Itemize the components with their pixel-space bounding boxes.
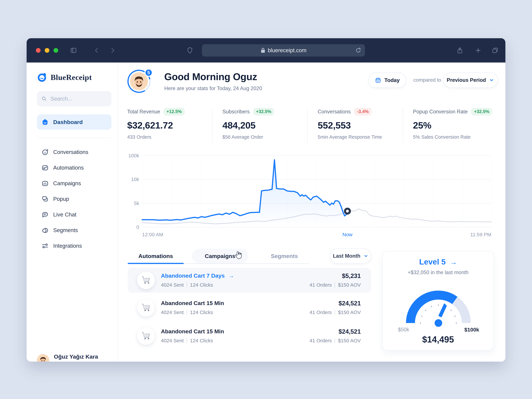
period-label: Previous Period	[447, 77, 486, 83]
lock-icon	[260, 48, 266, 53]
arrow-right-icon: →	[450, 258, 457, 266]
profile-card[interactable]: Oğuz Yağız Kara Store Name	[37, 354, 98, 361]
livechat-icon	[41, 211, 49, 218]
automation-title[interactable]: Abandoned Cart 15 Min	[161, 328, 224, 335]
brand[interactable]: BlueReceipt	[37, 72, 92, 82]
stat-card: Conversations-3.4%552,5535min Average Re…	[307, 108, 403, 143]
stat-value: 484,205	[222, 120, 307, 131]
svg-text:11:59 PM: 11:59 PM	[470, 232, 491, 237]
sidebar-divider	[37, 138, 111, 138]
stat-sub: 5% Sales Conversion Rate	[413, 134, 498, 140]
svg-text:Now: Now	[342, 232, 352, 237]
minimize-window-button[interactable]	[45, 48, 49, 53]
shield-icon[interactable]	[186, 47, 194, 54]
automation-right-sub: 41 Orders$150 AOV	[310, 310, 361, 315]
automation-row[interactable]: Abandoned Cart 15 Min4024 Sent124 Clicks…	[128, 295, 371, 320]
automation-sub: 4024 Sent124 Clicks	[161, 338, 213, 343]
integrations-icon	[41, 242, 49, 250]
list-period-select[interactable]: Last Month	[330, 248, 371, 264]
page-title: Good Morning Oguz	[164, 71, 257, 82]
cart-icon	[137, 272, 155, 289]
zoom-window-button[interactable]	[54, 48, 58, 53]
header-avatar: 5	[127, 70, 151, 93]
stat-value: $32,621.72	[127, 120, 212, 131]
stat-label: Conversations	[318, 109, 351, 115]
stat-value: 25%	[413, 120, 498, 131]
automation-title[interactable]: Abandoned Cart 15 Min	[161, 300, 224, 306]
dashboard-icon	[41, 118, 49, 126]
level-card: Level 5→ +$32,050 in the last month $50k…	[382, 251, 494, 350]
level-title: Level 5	[419, 257, 446, 266]
stats-row: Total Revenue+12.5%$32,621.72433 OrdersS…	[127, 108, 498, 143]
stat-value: 552,553	[318, 120, 403, 131]
new-tab-icon[interactable]	[475, 47, 482, 54]
back-button[interactable]	[93, 47, 101, 54]
automation-right-sub: 41 Orders$150 AOV	[310, 338, 361, 343]
filter-label: Last Month	[333, 253, 360, 259]
level-title-link[interactable]: Level 5→	[383, 257, 494, 266]
automations-icon	[41, 164, 49, 171]
close-window-button[interactable]	[36, 48, 41, 53]
conversations-icon	[41, 148, 49, 156]
sidebar-item-automations[interactable]: Automations	[37, 160, 111, 176]
sidebar-item-label: Campaigns	[53, 180, 81, 187]
sidebar-item-dashboard[interactable]: Dashboard	[37, 114, 111, 130]
sidebar-item-label: Integrations	[53, 243, 82, 249]
automation-amount: $24,521	[338, 300, 361, 307]
automation-title-link[interactable]: Abandoned Cart 7 Days→	[161, 272, 234, 279]
automation-row[interactable]: Abandoned Cart 15 Min4024 Sent124 Clicks…	[128, 323, 371, 348]
automation-amount: $24,521	[338, 328, 361, 335]
popup-icon	[41, 195, 49, 203]
cart-icon	[137, 299, 155, 317]
search-icon	[42, 96, 47, 102]
sidebar-item-livechat[interactable]: Live Chat	[37, 207, 111, 222]
level-gauge	[392, 279, 485, 329]
stat-card: Popup Conversion Rate+32.5%25%5% Sales C…	[403, 108, 498, 143]
automation-right-sub: 41 Orders$150 AOV	[310, 282, 361, 288]
sidebar-item-label: Dashboard	[53, 119, 83, 125]
stat-sub: 5min Average Response Time	[318, 134, 403, 140]
tab-overview-icon[interactable]	[491, 47, 499, 54]
sidebar-item-conversations[interactable]: Conversations	[37, 144, 111, 160]
revenue-chart: 05k10k100k12:00 AMNow11:59 PM	[127, 152, 493, 239]
sidebar-toggle-icon[interactable]	[70, 47, 77, 54]
sidebar-item-label: Automations	[53, 165, 84, 171]
today-button[interactable]: Today	[368, 72, 406, 88]
sidebar-item-integrations[interactable]: Integrations	[37, 238, 111, 254]
url-bar[interactable]: bluereceipt.com	[202, 44, 365, 57]
automation-sub: 4024 Sent124 Clicks	[161, 282, 213, 288]
automation-amount: $5,231	[342, 272, 361, 279]
gauge-value: $14,495	[383, 334, 494, 344]
stat-delta-badge: +32.5%	[253, 108, 274, 115]
stat-card: Subscribers+32.5%484,205$56 Average Orde…	[212, 108, 307, 143]
search-input[interactable]	[50, 95, 107, 102]
sidebar-item-segments[interactable]: Segments	[37, 222, 111, 238]
refresh-icon[interactable]	[355, 47, 362, 54]
stat-label: Subscribers	[222, 109, 250, 115]
share-icon[interactable]	[456, 47, 463, 54]
tab-segments[interactable]: Segments	[256, 249, 312, 263]
automation-row[interactable]: Abandoned Cart 7 Days→4024 Sent124 Click…	[128, 268, 371, 293]
sidebar-item-label: Conversations	[53, 149, 88, 155]
svg-text:100k: 100k	[128, 153, 139, 158]
search-box[interactable]	[37, 91, 111, 106]
automation-sub: 4024 Sent124 Clicks	[161, 310, 213, 315]
tab-active-indicator	[128, 263, 184, 264]
gauge-min-label: $50k	[398, 327, 409, 333]
svg-text:5k: 5k	[134, 201, 139, 206]
today-label: Today	[384, 77, 400, 83]
sidebar: BlueReceipt Dashboard ConversationsAutom…	[27, 63, 118, 361]
forward-button[interactable]	[109, 47, 116, 54]
period-select[interactable]: Previous Period	[443, 72, 498, 88]
sidebar-item-label: Popup	[53, 196, 69, 202]
sidebar-item-popup[interactable]: Popup	[37, 191, 111, 207]
sidebar-item-campaigns[interactable]: Campaigns	[37, 176, 111, 191]
tab-automations[interactable]: Automations	[128, 249, 184, 263]
page-subtitle: Here are your stats for Today, 24 Aug 20…	[164, 85, 262, 91]
browser-window: bluereceipt.com BlueReceipt	[27, 38, 505, 361]
stat-label: Total Revenue	[127, 109, 160, 115]
sidebar-item-label: Live Chat	[53, 211, 76, 218]
profile-name: Oğuz Yağız Kara	[54, 354, 98, 360]
main-content: 5 Good Morning Oguz Here are your stats …	[118, 63, 505, 361]
svg-text:0: 0	[136, 224, 139, 230]
